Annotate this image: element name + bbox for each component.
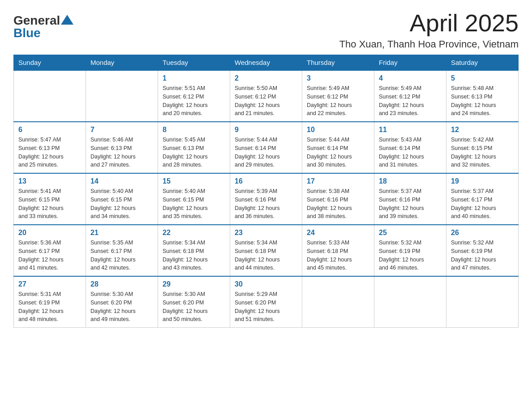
day-info: Sunrise: 5:46 AMSunset: 6:13 PMDaylight:…: [90, 136, 153, 169]
weekday-header-thursday: Thursday: [302, 55, 374, 71]
weekday-header-tuesday: Tuesday: [158, 55, 230, 71]
day-info: Sunrise: 5:47 AMSunset: 6:13 PMDaylight:…: [18, 136, 81, 169]
day-info: Sunrise: 5:41 AMSunset: 6:15 PMDaylight:…: [18, 187, 81, 221]
calendar-cell: 29Sunrise: 5:30 AMSunset: 6:20 PMDayligh…: [158, 276, 230, 328]
day-number: 23: [235, 229, 297, 237]
weekday-header-sunday: Sunday: [14, 55, 86, 71]
calendar-cell: 8Sunrise: 5:45 AMSunset: 6:13 PMDaylight…: [158, 122, 230, 173]
day-info: Sunrise: 5:35 AMSunset: 6:17 PMDaylight:…: [90, 239, 153, 272]
day-info: Sunrise: 5:33 AMSunset: 6:18 PMDaylight:…: [307, 239, 369, 272]
day-info: Sunrise: 5:30 AMSunset: 6:20 PMDaylight:…: [163, 290, 225, 324]
day-info: Sunrise: 5:30 AMSunset: 6:20 PMDaylight:…: [90, 290, 153, 324]
day-info: Sunrise: 5:45 AMSunset: 6:13 PMDaylight:…: [163, 136, 225, 169]
day-info: Sunrise: 5:38 AMSunset: 6:16 PMDaylight:…: [307, 187, 369, 221]
day-number: 20: [18, 229, 81, 237]
calendar-cell: [374, 276, 446, 328]
day-number: 10: [307, 126, 369, 134]
day-info: Sunrise: 5:34 AMSunset: 6:18 PMDaylight:…: [235, 239, 297, 272]
day-number: 27: [18, 280, 81, 288]
calendar-cell: [14, 70, 86, 122]
weekday-header-wednesday: Wednesday: [230, 55, 302, 71]
header: General Blue April 2025 Tho Xuan, Thanh …: [13, 9, 519, 50]
calendar-body: 1Sunrise: 5:51 AMSunset: 6:12 PMDaylight…: [14, 70, 519, 328]
day-info: Sunrise: 5:49 AMSunset: 6:12 PMDaylight:…: [307, 84, 369, 118]
day-number: 8: [163, 126, 225, 134]
day-number: 25: [379, 229, 442, 237]
day-info: Sunrise: 5:39 AMSunset: 6:16 PMDaylight:…: [235, 187, 297, 221]
calendar-cell: 27Sunrise: 5:31 AMSunset: 6:19 PMDayligh…: [14, 276, 86, 328]
day-info: Sunrise: 5:42 AMSunset: 6:15 PMDaylight:…: [451, 136, 514, 169]
day-info: Sunrise: 5:44 AMSunset: 6:14 PMDaylight:…: [307, 136, 369, 169]
day-info: Sunrise: 5:32 AMSunset: 6:19 PMDaylight:…: [379, 239, 442, 272]
day-number: 1: [163, 74, 225, 82]
day-number: 19: [451, 177, 514, 185]
weekday-row: SundayMondayTuesdayWednesdayThursdayFrid…: [14, 55, 519, 71]
calendar-cell: 30Sunrise: 5:29 AMSunset: 6:20 PMDayligh…: [230, 276, 302, 328]
week-row-3: 13Sunrise: 5:41 AMSunset: 6:15 PMDayligh…: [14, 173, 519, 225]
day-info: Sunrise: 5:29 AMSunset: 6:20 PMDaylight:…: [235, 290, 297, 324]
day-info: Sunrise: 5:43 AMSunset: 6:14 PMDaylight:…: [379, 136, 442, 169]
day-info: Sunrise: 5:32 AMSunset: 6:19 PMDaylight:…: [451, 239, 514, 272]
calendar-cell: 3Sunrise: 5:49 AMSunset: 6:12 PMDaylight…: [302, 70, 374, 122]
day-number: 21: [90, 229, 153, 237]
week-row-1: 1Sunrise: 5:51 AMSunset: 6:12 PMDaylight…: [14, 70, 519, 122]
day-info: Sunrise: 5:31 AMSunset: 6:19 PMDaylight:…: [18, 290, 81, 324]
logo: General Blue: [13, 13, 73, 40]
title-area: April 2025 Tho Xuan, Thanh Hoa Province,…: [339, 9, 519, 50]
calendar-cell: 14Sunrise: 5:40 AMSunset: 6:15 PMDayligh…: [86, 173, 158, 225]
location-title: Tho Xuan, Thanh Hoa Province, Vietnam: [339, 39, 519, 50]
calendar-cell: 1Sunrise: 5:51 AMSunset: 6:12 PMDaylight…: [158, 70, 230, 122]
day-number: 26: [451, 229, 514, 237]
calendar-cell: 24Sunrise: 5:33 AMSunset: 6:18 PMDayligh…: [302, 225, 374, 276]
calendar-cell: 16Sunrise: 5:39 AMSunset: 6:16 PMDayligh…: [230, 173, 302, 225]
calendar-cell: 23Sunrise: 5:34 AMSunset: 6:18 PMDayligh…: [230, 225, 302, 276]
day-info: Sunrise: 5:40 AMSunset: 6:15 PMDaylight:…: [90, 187, 153, 221]
day-number: 18: [379, 177, 442, 185]
calendar-cell: [86, 70, 158, 122]
day-number: 2: [235, 74, 297, 82]
calendar-cell: 19Sunrise: 5:37 AMSunset: 6:17 PMDayligh…: [446, 173, 519, 225]
day-number: 24: [307, 229, 369, 237]
day-info: Sunrise: 5:34 AMSunset: 6:18 PMDaylight:…: [163, 239, 225, 272]
day-number: 14: [90, 177, 153, 185]
logo-blue-text: Blue: [13, 26, 41, 40]
day-info: Sunrise: 5:49 AMSunset: 6:12 PMDaylight:…: [379, 84, 442, 118]
calendar-cell: [302, 276, 374, 328]
calendar-cell: 9Sunrise: 5:44 AMSunset: 6:14 PMDaylight…: [230, 122, 302, 173]
calendar-cell: 2Sunrise: 5:50 AMSunset: 6:12 PMDaylight…: [230, 70, 302, 122]
day-info: Sunrise: 5:50 AMSunset: 6:12 PMDaylight:…: [235, 84, 297, 118]
day-number: 28: [90, 280, 153, 288]
weekday-header-saturday: Saturday: [446, 55, 519, 71]
day-info: Sunrise: 5:37 AMSunset: 6:16 PMDaylight:…: [379, 187, 442, 221]
day-number: 30: [235, 280, 297, 288]
day-number: 11: [379, 126, 442, 134]
day-number: 13: [18, 177, 81, 185]
day-number: 16: [235, 177, 297, 185]
calendar-cell: 7Sunrise: 5:46 AMSunset: 6:13 PMDaylight…: [86, 122, 158, 173]
day-info: Sunrise: 5:40 AMSunset: 6:15 PMDaylight:…: [163, 187, 225, 221]
calendar-cell: 21Sunrise: 5:35 AMSunset: 6:17 PMDayligh…: [86, 225, 158, 276]
calendar-cell: 5Sunrise: 5:48 AMSunset: 6:13 PMDaylight…: [446, 70, 519, 122]
day-info: Sunrise: 5:44 AMSunset: 6:14 PMDaylight:…: [235, 136, 297, 169]
calendar-cell: 10Sunrise: 5:44 AMSunset: 6:14 PMDayligh…: [302, 122, 374, 173]
day-number: 9: [235, 126, 297, 134]
weekday-header-monday: Monday: [86, 55, 158, 71]
calendar-cell: 26Sunrise: 5:32 AMSunset: 6:19 PMDayligh…: [446, 225, 519, 276]
calendar-cell: 20Sunrise: 5:36 AMSunset: 6:17 PMDayligh…: [14, 225, 86, 276]
day-info: Sunrise: 5:37 AMSunset: 6:17 PMDaylight:…: [451, 187, 514, 221]
day-number: 3: [307, 74, 369, 82]
calendar-table: SundayMondayTuesdayWednesdayThursdayFrid…: [13, 55, 519, 328]
logo-triangle-icon: [61, 15, 73, 25]
day-info: Sunrise: 5:51 AMSunset: 6:12 PMDaylight:…: [163, 84, 225, 118]
week-row-4: 20Sunrise: 5:36 AMSunset: 6:17 PMDayligh…: [14, 225, 519, 276]
day-number: 29: [163, 280, 225, 288]
calendar-header: SundayMondayTuesdayWednesdayThursdayFrid…: [14, 55, 519, 71]
day-info: Sunrise: 5:48 AMSunset: 6:13 PMDaylight:…: [451, 84, 514, 118]
calendar-cell: 12Sunrise: 5:42 AMSunset: 6:15 PMDayligh…: [446, 122, 519, 173]
weekday-header-friday: Friday: [374, 55, 446, 71]
calendar-cell: [446, 276, 519, 328]
calendar-cell: 22Sunrise: 5:34 AMSunset: 6:18 PMDayligh…: [158, 225, 230, 276]
calendar-cell: 18Sunrise: 5:37 AMSunset: 6:16 PMDayligh…: [374, 173, 446, 225]
calendar-cell: 11Sunrise: 5:43 AMSunset: 6:14 PMDayligh…: [374, 122, 446, 173]
calendar-cell: 4Sunrise: 5:49 AMSunset: 6:12 PMDaylight…: [374, 70, 446, 122]
